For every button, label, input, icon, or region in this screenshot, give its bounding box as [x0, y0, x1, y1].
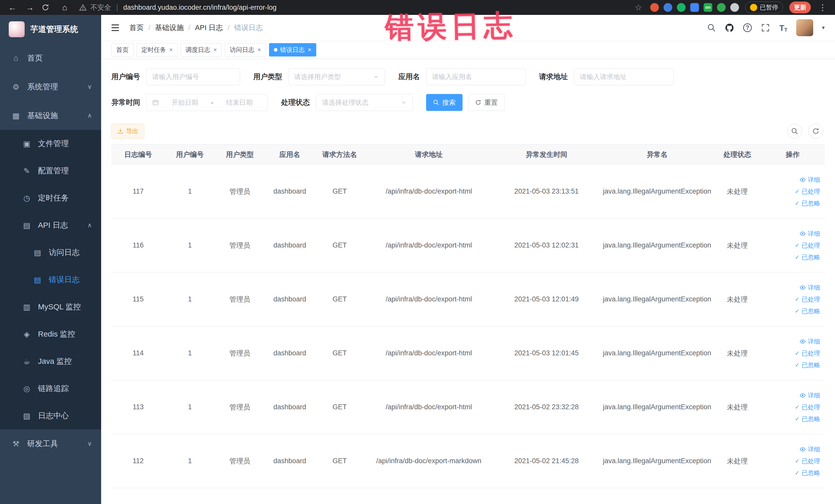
fullscreen-icon[interactable]	[760, 23, 771, 33]
calendar-icon	[152, 99, 159, 106]
sidebar-item-7[interactable]: ▤访问日志	[0, 239, 101, 266]
sidebar-item-13[interactable]: ▧日志中心	[0, 402, 101, 429]
action-label: 已忽略	[802, 413, 820, 425]
status-select[interactable]: 请选择处理状态	[316, 94, 413, 111]
address-bar[interactable]: 不安全 | dashboard.yudao.iocoder.cn/infra/l…	[77, 3, 627, 12]
action-check-link[interactable]: ✓已忽略	[763, 413, 820, 425]
req-url-input[interactable]	[574, 68, 674, 85]
sidebar-item-2[interactable]: ▦基础设施∧	[0, 101, 101, 130]
app-logo[interactable]: 芋道管理系统	[0, 15, 101, 44]
sidebar-item-1[interactable]: ⚙系统管理∨	[0, 73, 101, 101]
action-eye-link[interactable]: 详细	[763, 443, 820, 455]
search-icon[interactable]	[707, 23, 717, 33]
action-eye-link[interactable]: 详细	[763, 228, 820, 240]
extension-icon-7[interactable]	[730, 3, 739, 12]
export-button[interactable]: 导出	[111, 124, 144, 139]
sidebar-item-5[interactable]: ◷定时任务	[0, 184, 101, 211]
action-check-link[interactable]: ✓已忽略	[763, 305, 820, 317]
update-button[interactable]: 更新	[789, 2, 811, 13]
extension-icon-3[interactable]	[677, 3, 686, 12]
tab-3[interactable]: 访问日志×	[225, 43, 266, 57]
action-check-link[interactable]: ✓已处理	[763, 294, 820, 305]
chevron-down-icon[interactable]: ▾	[822, 24, 825, 31]
breadcrumb-item-3[interactable]: 错误日志	[234, 23, 263, 33]
sidebar-item-10[interactable]: ◈Redis 监控	[0, 320, 101, 348]
sidebar-item-3[interactable]: ▣文件管理	[0, 130, 101, 157]
action-eye-link[interactable]: 详细	[763, 174, 820, 186]
github-icon[interactable]	[725, 23, 735, 33]
close-icon[interactable]: ×	[308, 46, 311, 54]
back-icon[interactable]: ←	[7, 3, 18, 12]
extension-icon-6[interactable]	[717, 3, 726, 12]
sidebar-item-label: Java 监控	[38, 356, 72, 367]
chevron-down-icon	[401, 99, 407, 105]
action-label: 详细	[808, 389, 820, 401]
sidebar-item-0[interactable]: ⌂首页	[0, 44, 101, 73]
refresh-icon[interactable]	[808, 124, 823, 139]
breadcrumb-item-0[interactable]: 首页	[129, 23, 144, 33]
sidebar-item-12[interactable]: ◎链路追踪	[0, 375, 101, 402]
column-header-5: 请求地址	[365, 144, 493, 165]
search-button[interactable]: 搜索	[426, 94, 463, 111]
hamburger-icon[interactable]	[110, 22, 122, 33]
reload-icon[interactable]	[42, 4, 53, 11]
close-icon[interactable]: ×	[258, 46, 261, 54]
action-eye-link[interactable]: 详细	[763, 282, 820, 294]
tab-1[interactable]: 定时任务×	[137, 43, 178, 57]
close-icon[interactable]: ×	[213, 46, 217, 54]
extension-icon-2[interactable]	[664, 3, 672, 12]
extension-icon-1[interactable]	[650, 3, 659, 12]
app-name-input[interactable]	[426, 68, 526, 85]
file-icon: ▣	[22, 139, 32, 148]
action-check-link[interactable]: ✓已处理	[763, 186, 820, 198]
infra-icon: ▦	[11, 111, 21, 120]
toggle-search-icon[interactable]	[787, 124, 802, 139]
forward-icon[interactable]: →	[24, 3, 36, 12]
date-range-picker[interactable]: 开始日期 - 结束日期	[146, 94, 268, 111]
column-header-7: 异常名	[600, 144, 714, 165]
font-size-icon[interactable]: TT	[778, 23, 789, 33]
breadcrumb-item-1[interactable]: 基础设施	[155, 23, 184, 33]
action-check-link[interactable]: ✓已处理	[763, 240, 820, 251]
action-check-link[interactable]: ✓已处理	[763, 401, 820, 413]
action-check-link[interactable]: ✓已忽略	[763, 198, 820, 209]
sidebar-item-6[interactable]: ▤API 日志∧	[0, 211, 101, 239]
action-check-link[interactable]: ✓已处理	[763, 455, 820, 467]
action-label: 已处理	[802, 455, 820, 467]
sidebar-item-4[interactable]: ✎配置管理	[0, 157, 101, 184]
paused-badge[interactable]: 已暂停	[745, 2, 783, 13]
action-eye-link[interactable]: 详细	[763, 389, 820, 401]
user-type-select[interactable]: 请选择用户类型	[288, 68, 385, 85]
action-check-link[interactable]: ✓已忽略	[763, 251, 820, 263]
breadcrumb-separator: /	[227, 24, 229, 32]
action-check-link[interactable]: ✓已忽略	[763, 467, 820, 479]
tab-0[interactable]: 首页	[111, 43, 134, 57]
extension-icon-on[interactable]: on	[704, 3, 712, 12]
chevron-up-icon: ∧	[87, 112, 92, 119]
bookmark-star-icon[interactable]: ☆	[633, 3, 644, 12]
action-eye-link[interactable]: 详细	[763, 336, 820, 347]
action-check-link[interactable]: ✓已忽略	[763, 359, 820, 371]
app-title: 芋道管理系统	[30, 24, 78, 35]
check-icon: ✓	[795, 467, 799, 479]
close-icon[interactable]: ×	[169, 46, 173, 54]
extension-icon-4[interactable]	[690, 3, 699, 12]
breadcrumb-separator: /	[148, 24, 150, 32]
tab-2[interactable]: 调度日志×	[181, 43, 222, 57]
tab-4[interactable]: 错误日志×	[269, 43, 316, 57]
action-check-link[interactable]: ✓已处理	[763, 347, 820, 359]
sidebar-item-11[interactable]: ☕Java 监控	[0, 348, 101, 375]
sidebar-item-9[interactable]: ▥MySQL 监控	[0, 293, 101, 320]
reset-button[interactable]: 重置	[468, 94, 505, 111]
trace-icon: ◎	[22, 384, 32, 393]
cell: 1	[165, 380, 215, 434]
user-avatar[interactable]	[796, 19, 813, 36]
browser-menu-icon[interactable]: ⋮	[817, 3, 828, 12]
breadcrumb-item-2[interactable]: API 日志	[195, 23, 223, 33]
sidebar-item-8[interactable]: ▤错误日志	[0, 266, 101, 293]
sidebar-item-14[interactable]: ⚒研发工具∨	[0, 429, 101, 458]
help-icon[interactable]: ?	[742, 23, 753, 33]
user-id-input[interactable]	[146, 68, 240, 85]
time-label: 异常时间	[111, 98, 140, 107]
home-icon[interactable]: ⌂	[59, 3, 70, 12]
